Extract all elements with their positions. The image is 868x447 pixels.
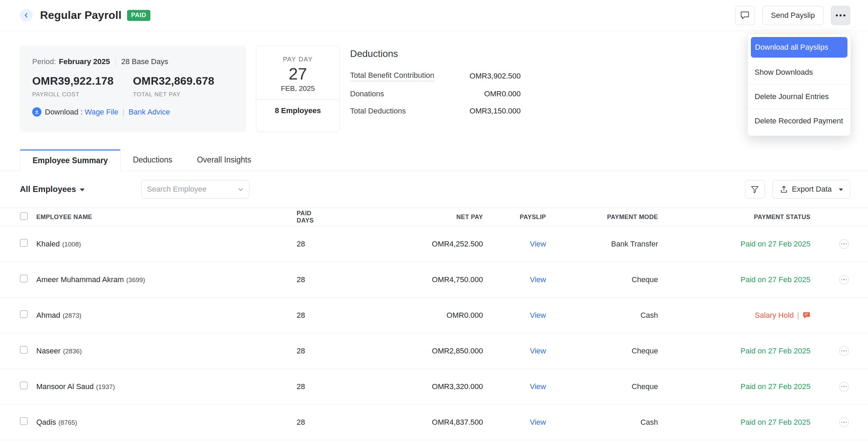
menu-item[interactable]: Download all Payslips bbox=[751, 37, 847, 58]
row-checkbox[interactable] bbox=[20, 239, 28, 247]
column-payslip: PAYSLIP bbox=[483, 214, 546, 221]
payslip-view-link[interactable]: View bbox=[530, 311, 546, 319]
payment-mode-cell: Cheque bbox=[546, 382, 658, 391]
period-value: February 2025 bbox=[59, 57, 110, 66]
export-data-button[interactable]: Export Data bbox=[772, 180, 850, 198]
payment-status-text: Paid on 27 Feb 2025 bbox=[741, 382, 810, 391]
employee-count: 8 Employees bbox=[256, 99, 339, 115]
employee-name-cell: Qadis(8765) bbox=[36, 418, 297, 427]
paid-days-cell: 28 bbox=[297, 275, 330, 284]
row-more-icon[interactable] bbox=[839, 239, 849, 249]
download-line: Download : Wage File | Bank Advice bbox=[32, 107, 234, 117]
payroll-cost-label: PAYROLL COST bbox=[32, 91, 133, 98]
divider: | bbox=[122, 108, 124, 117]
header-checkbox-cell bbox=[20, 212, 36, 222]
comments-button[interactable] bbox=[735, 6, 755, 25]
payment-status: Salary Hold | bbox=[658, 311, 810, 320]
deduction-value: OMR0.000 bbox=[484, 89, 521, 98]
menu-item[interactable]: Show Downloads bbox=[748, 60, 851, 85]
payment-mode-cell: Bank Transfer bbox=[546, 240, 658, 249]
hold-chat-icon[interactable] bbox=[803, 311, 810, 319]
employee-name: Naseer bbox=[36, 347, 61, 355]
payment-status-text: Paid on 27 Feb 2025 bbox=[741, 240, 810, 249]
search-input[interactable] bbox=[147, 185, 237, 194]
period-line: Period: February 2025 28 Base Days bbox=[32, 57, 234, 66]
employee-name: Khaled bbox=[36, 240, 60, 248]
send-payslip-button[interactable]: Send Payslip bbox=[762, 6, 823, 25]
header-left: Regular Payroll PAID bbox=[20, 9, 150, 22]
row-checkbox[interactable] bbox=[20, 346, 28, 354]
payment-status: Paid on 27 Feb 2025 | bbox=[658, 418, 810, 427]
tab-employee-summary[interactable]: Employee Summary bbox=[20, 149, 121, 171]
employee-name-cell: Ameer Muhammad Akram(3699) bbox=[36, 275, 297, 284]
payment-status: Paid on 27 Feb 2025 | bbox=[658, 275, 810, 284]
paid-days-cell: 28 bbox=[297, 382, 330, 391]
payment-mode-cell: Cash bbox=[546, 311, 658, 320]
payslip-view-link[interactable]: View bbox=[530, 418, 546, 426]
row-more-icon[interactable] bbox=[839, 275, 849, 285]
header-actions: Send Payslip bbox=[735, 6, 850, 25]
employee-filter-dropdown[interactable]: All Employees bbox=[20, 184, 141, 194]
wage-file-link[interactable]: Wage File bbox=[85, 108, 118, 117]
payroll-summary-card: Period: February 2025 28 Base Days OMR39… bbox=[20, 46, 246, 132]
deduction-label: Donations bbox=[350, 89, 384, 98]
net-pay-cell: OMR4,750.000 bbox=[330, 275, 483, 284]
back-button[interactable] bbox=[20, 9, 33, 22]
payroll-summary-section: Period: February 2025 28 Base Days OMR39… bbox=[0, 46, 868, 132]
status-badge: PAID bbox=[127, 10, 150, 21]
deduction-label[interactable]: Total Benefit Contribution bbox=[350, 71, 434, 81]
tab-deductions[interactable]: Deductions bbox=[121, 149, 185, 171]
employee-id: (3699) bbox=[126, 276, 145, 283]
menu-item[interactable]: Delete Recorded Payment bbox=[748, 109, 851, 133]
employee-name: Ahmad bbox=[36, 311, 60, 319]
deduction-value: OMR3,150.000 bbox=[470, 107, 521, 116]
paid-days-cell: 28 bbox=[297, 347, 330, 355]
download-icon bbox=[32, 107, 41, 117]
employee-id: (2836) bbox=[63, 348, 82, 355]
page-title: Regular Payroll bbox=[40, 9, 122, 22]
payslip-view-link[interactable]: View bbox=[530, 240, 546, 248]
summary-amounts: OMR39,922.178 PAYROLL COST OMR32,869.678… bbox=[32, 75, 234, 98]
filter-button[interactable] bbox=[745, 180, 765, 198]
payslip-view-link[interactable]: View bbox=[530, 382, 546, 391]
row-more-icon[interactable] bbox=[839, 382, 849, 391]
chevron-down-icon[interactable] bbox=[237, 186, 244, 193]
employee-name-cell: Khaled(1008) bbox=[36, 240, 297, 249]
employee-search-box[interactable] bbox=[141, 180, 249, 198]
row-checkbox[interactable] bbox=[20, 417, 28, 425]
employee-name: Qadis bbox=[36, 418, 56, 426]
payslip-view-link[interactable]: View bbox=[530, 275, 546, 284]
divider: | bbox=[797, 311, 799, 320]
net-pay-cell: OMR3,320.000 bbox=[330, 382, 483, 391]
row-more-icon[interactable] bbox=[839, 418, 849, 427]
row-more-icon[interactable] bbox=[839, 346, 849, 356]
menu-item[interactable]: Delete Journal Entries bbox=[748, 85, 851, 109]
caret-down-icon bbox=[839, 189, 843, 191]
filter-bar: All Employees Export Data bbox=[0, 180, 868, 198]
row-checkbox[interactable] bbox=[20, 310, 28, 318]
row-checkbox[interactable] bbox=[20, 275, 28, 282]
employee-name-cell: Mansoor Al Saud(1937) bbox=[36, 382, 297, 391]
tab-bar: Employee Summary Deductions Overall Insi… bbox=[0, 149, 868, 171]
payment-status-text: Salary Hold bbox=[755, 311, 794, 320]
payslip-view-link[interactable]: View bbox=[530, 347, 546, 355]
select-all-checkbox[interactable] bbox=[20, 212, 28, 220]
column-paid-days: PAID DAYS bbox=[297, 210, 330, 224]
deductions-title: Deductions bbox=[350, 48, 521, 59]
more-menu: Download all PayslipsShow DownloadsDelet… bbox=[747, 33, 851, 136]
funnel-icon bbox=[750, 185, 759, 194]
table-row: Khaled(1008) 28 OMR4,252.500 View Bank T… bbox=[0, 226, 868, 262]
bank-advice-link[interactable]: Bank Advice bbox=[128, 108, 170, 117]
chevron-left-icon bbox=[23, 12, 30, 19]
column-payment-status: PAYMENT STATUS bbox=[658, 214, 810, 221]
pay-day-label: PAY DAY bbox=[256, 56, 339, 63]
page-header: Regular Payroll PAID Send Payslip bbox=[0, 0, 868, 31]
more-options-button[interactable] bbox=[831, 6, 850, 25]
employee-table: EMPLOYEE NAME PAID DAYS NET PAY PAYSLIP … bbox=[0, 208, 868, 440]
table-row: Ahmad(2873) 28 OMR0.000 View Cash Salary… bbox=[0, 298, 868, 333]
tab-overall-insights[interactable]: Overall Insights bbox=[185, 149, 264, 171]
row-checkbox[interactable] bbox=[20, 382, 28, 389]
employee-id: (1937) bbox=[96, 383, 115, 390]
deduction-value: OMR3,902.500 bbox=[470, 72, 521, 81]
table-row: Naseer(2836) 28 OMR2,850.000 View Cheque… bbox=[0, 333, 868, 369]
